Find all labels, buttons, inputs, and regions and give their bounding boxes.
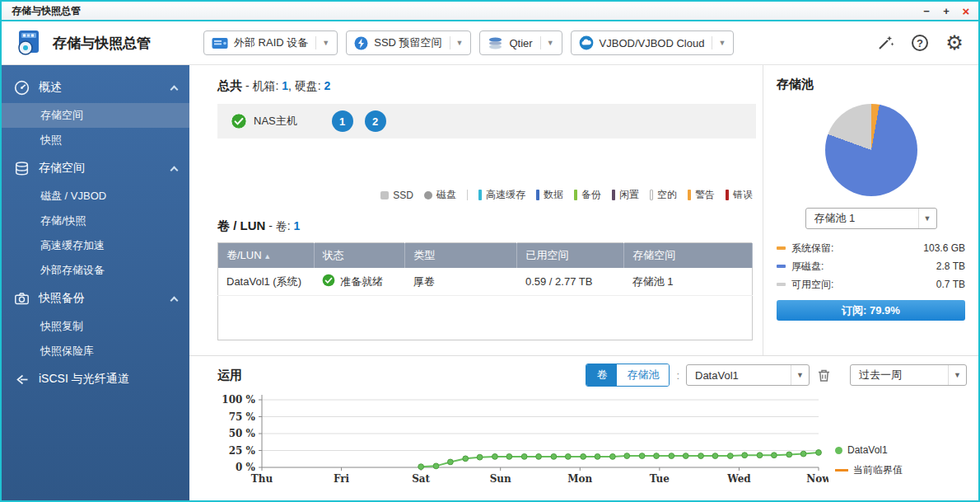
volumes-table-body: DataVol1 (系统)准备就绪厚卷0.59 / 2.77 TB存储池 1 <box>218 268 753 340</box>
legend-marker <box>612 190 615 200</box>
sidebar-item[interactable]: 快照 <box>2 128 189 152</box>
legend-marker <box>380 191 389 199</box>
overview-title: 总共 - 机箱: 1, 硬盘: 2 <box>217 78 756 94</box>
legend-marker <box>424 191 432 199</box>
legend-marker <box>777 265 786 268</box>
overview-disk-label: , 硬盘: <box>288 79 324 92</box>
column-header-4[interactable]: 存储空间 <box>624 243 753 269</box>
legend-label: SSD <box>393 190 413 201</box>
svg-text:Fri: Fri <box>334 473 350 485</box>
help-icon[interactable]: ? <box>909 32 931 54</box>
chart-legend-label: DataVol1 <box>847 444 888 456</box>
toolbar-button-vjbod[interactable]: VJBOD/VJBOD Cloud▼ <box>571 30 735 55</box>
toolbar-buttons: 外部 RAID 设备▼SSD 预留空间▼Qtier▼VJBOD/VJBOD Cl… <box>203 30 734 55</box>
sidebar-section-3[interactable]: iSCSI 与光纤通道 <box>2 364 189 395</box>
toolbar-button-ssd-reserve[interactable]: SSD 预留空间▼ <box>346 30 471 55</box>
usage-toggle: 卷存储池 <box>586 364 670 387</box>
volume-type-cell: 厚卷 <box>405 268 517 296</box>
disk-legend: SSD磁盘高速缓存数据备份闲置空的警告错误 <box>217 188 756 202</box>
column-header-3[interactable]: 已用空间 <box>517 243 624 269</box>
svg-text:Sat: Sat <box>412 473 430 485</box>
trash-icon[interactable] <box>816 368 832 383</box>
sidebar-item[interactable]: 存储空间 <box>2 103 189 128</box>
pool-legend-value: 2.8 TB <box>936 260 965 272</box>
svg-text:0 %: 0 % <box>236 462 256 473</box>
check-circle-icon <box>322 274 335 289</box>
sidebar-section-0[interactable]: 概述 <box>2 72 189 103</box>
toolbar-button-external-raid[interactable]: 外部 RAID 设备▼ <box>203 30 338 55</box>
sidebar-section-label: 概述 <box>39 80 62 95</box>
close-button[interactable]: × <box>957 3 975 18</box>
legend-marker <box>574 190 577 200</box>
toolbar-button-label: Qtier <box>509 37 532 49</box>
sidebar: 概述存储空间快照存储空间磁盘 / VJBOD存储/快照高速缓存加速外部存储设备快… <box>2 65 189 500</box>
disk-slot-1[interactable]: 1 <box>332 110 353 132</box>
legend-label: 空的 <box>657 188 677 202</box>
legend-marker <box>688 190 691 200</box>
column-header-1[interactable]: 状态 <box>314 243 404 269</box>
chevron-up-icon <box>170 296 179 304</box>
maximize-button[interactable]: + <box>937 3 955 18</box>
separator-colon: : <box>676 369 679 382</box>
volumes-count-label: - 卷: <box>265 219 293 232</box>
toolbar-button-qtier[interactable]: Qtier▼ <box>479 30 562 55</box>
wand-icon[interactable] <box>875 32 896 54</box>
sidebar-item[interactable]: 存储/快照 <box>2 209 189 233</box>
overview-title-bold: 总共 <box>217 78 242 92</box>
legend-item: 磁盘 <box>424 188 456 202</box>
sidebar-item[interactable]: 快照保险库 <box>2 339 189 364</box>
time-range-value: 过去一周 <box>859 368 902 382</box>
time-range-select[interactable]: 过去一周 ▼ <box>850 364 967 386</box>
legend-label: 警告 <box>695 188 715 202</box>
sidebar-item[interactable]: 磁盘 / VJBOD <box>2 184 189 209</box>
svg-text:25 %: 25 % <box>229 445 256 457</box>
volume-select[interactable]: DataVol1 ▼ <box>686 364 810 386</box>
pool-legend-label: 系统保留: <box>791 242 833 256</box>
subscribed-badge: 订阅: 79.9% <box>777 300 965 321</box>
sidebar-section-1[interactable]: 存储空间 <box>2 152 189 184</box>
legend-marker <box>777 283 786 286</box>
legend-item: 警告 <box>688 188 715 202</box>
app-icon <box>15 28 44 58</box>
app-window: 存储与快照总管 − + × 存储与快照总管 外部 RAID 设备▼SSD 预留空… <box>0 0 980 502</box>
legend-item: 备份 <box>574 188 601 202</box>
legend-item: 闲置 <box>612 188 639 202</box>
sidebar-item[interactable]: 快照复制 <box>2 314 189 339</box>
disks-icon <box>14 161 30 176</box>
content-area: 概述存储空间快照存储空间磁盘 / VJBOD存储/快照高速缓存加速外部存储设备快… <box>2 65 978 500</box>
pool-select[interactable]: 存储池 1 ▼ <box>805 208 937 229</box>
table-row[interactable]: DataVol1 (系统)准备就绪厚卷0.59 / 2.77 TB存储池 1 <box>218 268 753 296</box>
legend-marker <box>726 190 729 200</box>
legend-marker <box>835 447 842 454</box>
disk-slot-2[interactable]: 2 <box>365 110 386 132</box>
svg-text:Wed: Wed <box>726 473 751 485</box>
main-area: 总共 - 机箱: 1, 硬盘: 2 NAS主机 12 SSD磁盘高速缓存数据备份… <box>189 65 978 500</box>
usage-toggle-pool[interactable]: 存储池 <box>617 364 669 386</box>
sidebar-section-label: 存储空间 <box>39 161 85 176</box>
sidebar-section-2[interactable]: 快照备份 <box>2 283 189 314</box>
volume-select-value: DataVol1 <box>695 369 739 382</box>
sidebar-item[interactable]: 外部存储设备 <box>2 258 189 283</box>
settings-gear-icon[interactable]: ⚙ <box>944 32 965 54</box>
column-header-0[interactable]: 卷/LUN ▲ <box>218 243 315 269</box>
sidebar-item[interactable]: 高速缓存加速 <box>2 233 189 258</box>
enclosure-count: 1 <box>282 79 288 92</box>
usage-toggle-volume[interactable]: 卷 <box>586 364 617 386</box>
column-header-2[interactable]: 类型 <box>405 243 517 269</box>
legend-marker <box>536 190 539 200</box>
chevron-down-icon: ▼ <box>540 36 554 49</box>
chevron-down-icon: ▼ <box>450 36 464 49</box>
usage-header: 运用 卷存储池 : DataVol1 ▼ 过去一周 ▼ <box>217 364 967 387</box>
minimize-button[interactable]: − <box>917 3 936 18</box>
status-badge: 准备就绪 <box>322 274 396 289</box>
chart-legend-item: DataVol1 <box>835 444 903 456</box>
legend-marker <box>777 246 786 250</box>
usage-chart: 100 %75 %50 %25 %0 %ThuFriSatSunMonTueWe… <box>217 390 828 489</box>
window-title: 存储与快照总管 <box>12 4 81 18</box>
legend-label: 备份 <box>581 188 601 202</box>
pool-legend: 系统保留:103.6 GB厚磁盘:2.8 TB可用空间:0.7 TB <box>777 239 965 293</box>
ssd-reserve-icon <box>354 36 368 50</box>
usage-title: 运用 <box>217 368 242 383</box>
qtier-icon <box>488 36 503 50</box>
window-titlebar: 存储与快照总管 − + × <box>2 2 978 21</box>
